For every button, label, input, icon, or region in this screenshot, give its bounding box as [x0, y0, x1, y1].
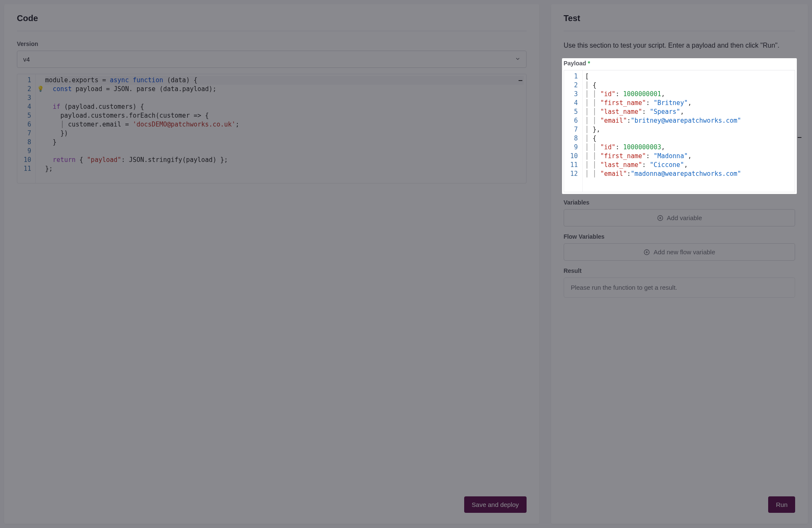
result-placeholder: Please run the function to get a result.	[571, 284, 678, 291]
code-hint-gutter: 💡	[36, 74, 45, 183]
code-lines[interactable]: module.exports = async function (data) {…	[45, 74, 526, 183]
flow-variables-label: Flow Variables	[564, 233, 795, 240]
collapse-icon[interactable]: –	[518, 76, 524, 85]
code-title: Code	[17, 13, 527, 23]
payload-label: Payload *	[564, 60, 795, 67]
plus-circle-icon	[657, 215, 664, 221]
code-panel: Code Version v4 1234567891011 💡 module.e…	[4, 4, 539, 524]
add-variable-button[interactable]: Add variable	[564, 209, 795, 226]
collapse-icon[interactable]: –	[798, 133, 801, 142]
payload-editor[interactable]: 123456789101112 [│ {│ │ "id": 1000000001…	[564, 70, 795, 192]
result-box: Please run the function to get a result.	[564, 277, 795, 298]
payload-lines[interactable]: [│ {│ │ "id": 1000000001,│ │ "first_name…	[583, 70, 795, 192]
version-select[interactable]: v4	[17, 51, 527, 68]
version-value: v4	[23, 56, 30, 63]
code-gutter: 1234567891011	[17, 74, 36, 183]
divider	[564, 31, 795, 31]
run-button[interactable]: Run	[768, 496, 795, 513]
variables-label: Variables	[564, 199, 795, 206]
test-panel: Test Use this section to test your scrip…	[551, 4, 808, 524]
save-and-deploy-button[interactable]: Save and deploy	[464, 496, 527, 513]
result-label: Result	[564, 267, 795, 274]
test-help: Use this section to test your script. En…	[564, 40, 795, 51]
payload-gutter: 123456789101112	[564, 70, 583, 192]
add-flow-variable-button[interactable]: Add new flow variable	[564, 243, 795, 261]
code-editor[interactable]: 1234567891011 💡 module.exports = async f…	[17, 74, 527, 183]
divider	[17, 31, 527, 31]
version-label: Version	[17, 40, 527, 47]
plus-circle-icon	[643, 249, 650, 256]
test-title: Test	[564, 13, 795, 23]
